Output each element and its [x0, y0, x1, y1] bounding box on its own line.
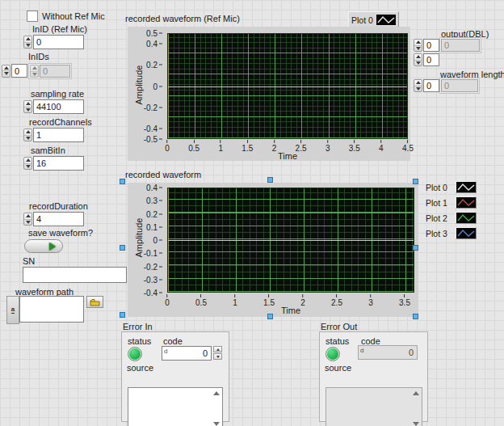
error-in-code-value[interactable]: 0	[203, 348, 208, 358]
selection-handle[interactable]	[120, 179, 125, 184]
sam-bit-in-label: samBitIn	[31, 146, 65, 155]
scroll-down-icon[interactable]	[213, 422, 220, 426]
sn-input[interactable]	[23, 267, 127, 283]
spin-down-icon[interactable]	[213, 353, 222, 360]
without-ref-mic-checkbox[interactable]: Without Ref Mic	[27, 11, 105, 22]
record-duration-field[interactable]: 4	[33, 212, 84, 226]
spin-up-icon[interactable]	[213, 346, 222, 352]
waveform-line-icon	[456, 182, 476, 192]
inids-index-control: 0	[2, 64, 27, 78]
legend-label[interactable]: Plot 2	[426, 213, 452, 223]
graph2-legend-plot2[interactable]: Plot 2	[426, 212, 477, 224]
graph2-legend-plot3[interactable]: Plot 3	[426, 227, 477, 239]
inid-refmic-label: InID (Ref Mic)	[32, 24, 87, 34]
increment-decrement-icon[interactable]	[23, 157, 32, 170]
waveform-length-index-field[interactable]: 0	[423, 79, 439, 92]
waveform-line-icon	[376, 15, 396, 25]
error-out-code-field: d 0	[358, 345, 418, 360]
output-dbl-element-field: 0	[441, 39, 480, 52]
increment-decrement-icon[interactable]	[2, 65, 10, 78]
sampling-rate-label: sampling rate	[31, 89, 84, 99]
error-out-source-label: source	[325, 363, 351, 373]
browse-button[interactable]	[86, 296, 103, 308]
graph1-plot0-sample[interactable]	[376, 15, 396, 25]
selection-handle[interactable]	[267, 177, 273, 183]
sampling-rate-field[interactable]: 44100	[33, 99, 84, 114]
radix-indicator: d	[360, 347, 363, 354]
graph2-x-axis-label: Time	[167, 306, 414, 315]
waveform-length-element-shell: 0	[439, 78, 480, 94]
graph2-legend-plot1[interactable]: Plot 1	[426, 196, 477, 209]
sam-bit-in-control: 16	[23, 156, 84, 171]
sam-bit-in-field[interactable]: 16	[33, 156, 84, 171]
record-channels-control: 1	[23, 128, 84, 142]
selection-handle[interactable]	[413, 314, 418, 319]
error-in-code-field[interactable]: d 0	[162, 346, 212, 361]
waveform-path-input[interactable]	[19, 296, 84, 323]
plot1-sample[interactable]	[456, 196, 477, 209]
inid-refmic-field[interactable]: 0	[33, 35, 84, 49]
graph1-body: Amplitude 0.5 0.4 0.2 0 -0.2 -0.4 -0.5 0…	[128, 27, 410, 161]
record-channels-label: recordChannels	[29, 117, 92, 127]
selection-handle[interactable]	[120, 312, 125, 318]
output-dbl-index-row-field[interactable]: 0	[423, 39, 439, 52]
graph1-zero-line	[168, 86, 407, 87]
y-tick: 0.2	[146, 61, 162, 70]
increment-decrement-icon[interactable]	[23, 36, 32, 49]
graph2-title: recorded waveform	[125, 170, 201, 179]
inids-index-field[interactable]: 0	[11, 64, 27, 78]
legend-label[interactable]: Plot 1	[426, 198, 452, 208]
plot0-sample[interactable]	[456, 181, 477, 193]
selection-handle[interactable]	[413, 245, 418, 251]
legend-label[interactable]: Plot 0	[426, 183, 452, 192]
error-in-status-led[interactable]	[128, 347, 142, 361]
folder-icon	[90, 298, 100, 306]
increment-decrement-icon[interactable]	[23, 100, 32, 113]
error-in-source-label: source	[127, 363, 153, 373]
selection-handle[interactable]	[120, 245, 125, 251]
sampling-rate-control: 44100	[23, 99, 84, 114]
error-out-cluster: status code d 0 source	[319, 331, 428, 422]
record-channels-field[interactable]: 1	[33, 128, 84, 142]
graph2-legend-plot0[interactable]: Plot 0	[426, 181, 477, 193]
increment-decrement-icon[interactable]	[23, 129, 32, 141]
increment-decrement-icon[interactable]	[414, 53, 422, 66]
increment-decrement-icon[interactable]	[414, 39, 422, 52]
error-out-title: Error Out	[321, 322, 357, 331]
output-dbl-index-col-field[interactable]: 0	[423, 53, 439, 66]
increment-decrement-icon[interactable]	[414, 79, 422, 92]
error-in-source-field[interactable]	[128, 387, 223, 426]
output-dbl-element-shell: 0	[439, 37, 481, 53]
graph1-x-axis-label: Time	[167, 151, 408, 161]
scroll-down-icon[interactable]	[413, 422, 419, 426]
graph1-title: recorded waveform (Ref Mic)	[125, 14, 240, 23]
graph1-y-ticks: 0.5 0.4 0.2 0 -0.2 -0.4 -0.5	[128, 33, 164, 139]
scroll-up-icon[interactable]	[213, 391, 220, 395]
graph2-plot-area	[167, 188, 414, 293]
graph1-legend[interactable]: Plot 0	[348, 11, 399, 28]
y-tick: -0.2	[144, 103, 162, 112]
waveform-length-index: 0	[414, 79, 439, 92]
error-out-status-label: status	[326, 336, 349, 346]
y-tick: 0.3	[146, 196, 162, 205]
selection-handle[interactable]	[267, 314, 273, 319]
graph1-legend-plot0-label[interactable]: Plot 0	[351, 15, 373, 25]
scroll-up-icon[interactable]	[413, 391, 419, 395]
save-waveform-button[interactable]	[24, 239, 63, 253]
green-arrow-icon	[49, 243, 56, 251]
plot2-sample[interactable]	[456, 212, 477, 224]
y-tick: 0.5	[146, 29, 162, 38]
plot3-sample[interactable]	[456, 227, 477, 239]
checkbox-box-icon[interactable]	[27, 11, 38, 22]
graph2-body: Amplitude 0.4 0.3 0.2 0.1 0 -0.1 -0.2 -0…	[128, 183, 418, 317]
path-type-icon: a	[11, 306, 15, 314]
selection-handle[interactable]	[413, 179, 418, 184]
radix-indicator[interactable]: d	[164, 348, 167, 355]
error-in-code-spinner	[213, 346, 222, 360]
increment-decrement-icon[interactable]	[23, 213, 32, 226]
error-in-code-label: code	[163, 336, 183, 346]
error-in-cluster: status code d 0 source	[121, 331, 229, 422]
graph2-legend: Plot 0 Plot 1 Plot 2 Pl	[426, 181, 477, 239]
inids-label: InIDs	[28, 52, 49, 61]
legend-label[interactable]: Plot 3	[426, 229, 452, 238]
